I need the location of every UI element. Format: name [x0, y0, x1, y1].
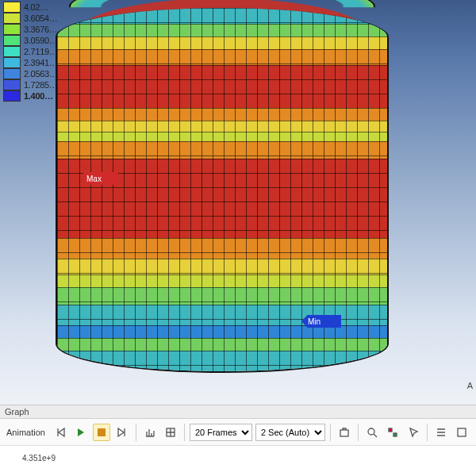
legend-label: 1.7285…: [24, 80, 58, 90]
color-legend: 4.02… 3.6054… 3.3676… 3.0590… 2.7119… 2.…: [0, 0, 61, 103]
cursor-icon: [408, 427, 419, 438]
legend-row: 2.3941…: [3, 57, 58, 68]
legend-row: 3.6054…: [3, 13, 58, 24]
export-button[interactable]: [336, 424, 353, 441]
swatch-icon: [3, 79, 21, 90]
animation-label: Animation: [5, 428, 48, 437]
probe-icon: [387, 427, 398, 438]
chart-grid-icon: [165, 427, 176, 438]
swatch-icon: [3, 90, 21, 102]
min-marker[interactable]: Min: [301, 315, 341, 328]
axis-triad-label: A: [467, 381, 473, 390]
legend-row: 2.0563…: [3, 68, 58, 79]
step-back-icon: [55, 427, 66, 438]
play-button[interactable]: [72, 424, 90, 441]
swatch-icon: [3, 35, 21, 46]
swatch-icon: [3, 57, 21, 68]
list-button[interactable]: [432, 424, 450, 441]
swatch-icon: [3, 68, 21, 79]
animation-toolbar: Animation 20 Frames 2 Sec (Auto): [0, 419, 476, 446]
max-marker[interactable]: Max: [83, 172, 123, 185]
zoom-icon: [367, 427, 378, 438]
separator: [427, 424, 428, 441]
legend-label: 2.7119…: [24, 47, 58, 56]
swatch-icon: [3, 13, 21, 24]
max-marker-label: Max: [86, 175, 102, 183]
legend-row: 1.400…: [3, 90, 58, 102]
graph-plot-area[interactable]: 4.351e+9: [0, 446, 476, 476]
legend-label: 2.3941…: [24, 58, 58, 67]
swatch-icon: [3, 2, 21, 13]
legend-row: 4.02…: [3, 2, 58, 13]
legend-row: 3.3676…: [3, 24, 58, 35]
fit-button[interactable]: [453, 424, 470, 441]
cursor-button[interactable]: [405, 424, 422, 441]
separator: [136, 424, 136, 441]
chart-mode-button[interactable]: [141, 424, 159, 441]
legend-row: 1.7285…: [3, 79, 58, 90]
fit-icon: [456, 427, 467, 438]
zoom-button[interactable]: [363, 424, 381, 441]
chart-grid-button[interactable]: [162, 424, 179, 441]
separator: [330, 424, 331, 441]
stop-button[interactable]: [93, 424, 110, 441]
legend-row: 3.0590…: [3, 35, 58, 46]
step-fwd-icon: [117, 427, 128, 438]
play-icon: [78, 428, 84, 436]
graph-panel-title: Graph: [5, 407, 29, 416]
swatch-icon: [3, 46, 21, 57]
swatch-icon: [3, 24, 21, 35]
svg-rect-5: [458, 428, 466, 436]
stop-icon: [98, 428, 106, 436]
step-forward-button[interactable]: [113, 424, 131, 441]
legend-row: 2.7119…: [3, 46, 58, 57]
legend-label: 1.400…: [24, 91, 53, 101]
svg-rect-3: [389, 428, 392, 432]
svg-rect-4: [393, 433, 397, 436]
chart-icon: [144, 427, 155, 438]
legend-label: 3.6054…: [24, 13, 58, 23]
probe-button[interactable]: [384, 424, 401, 441]
legend-label: 3.3676…: [24, 25, 58, 34]
graph-panel-header[interactable]: Graph: [0, 405, 476, 419]
legend-label: 4.02…: [24, 2, 48, 12]
graph-ytick: 4.351e+9: [22, 454, 56, 463]
model-viewport[interactable]: 4.02… 3.6054… 3.3676… 3.0590… 2.7119… 2.…: [0, 0, 476, 405]
export-icon: [339, 427, 350, 438]
time-select[interactable]: 2 Sec (Auto): [255, 424, 325, 441]
separator: [358, 424, 359, 441]
frames-select[interactable]: 20 Frames: [190, 424, 252, 441]
step-back-button[interactable]: [52, 424, 69, 441]
min-marker-label: Min: [308, 317, 321, 326]
list-icon: [436, 427, 447, 438]
svg-rect-1: [340, 430, 348, 436]
legend-label: 2.0563…: [24, 69, 58, 79]
separator: [184, 424, 185, 441]
svg-point-2: [368, 428, 374, 435]
legend-label: 3.0590…: [24, 36, 58, 45]
